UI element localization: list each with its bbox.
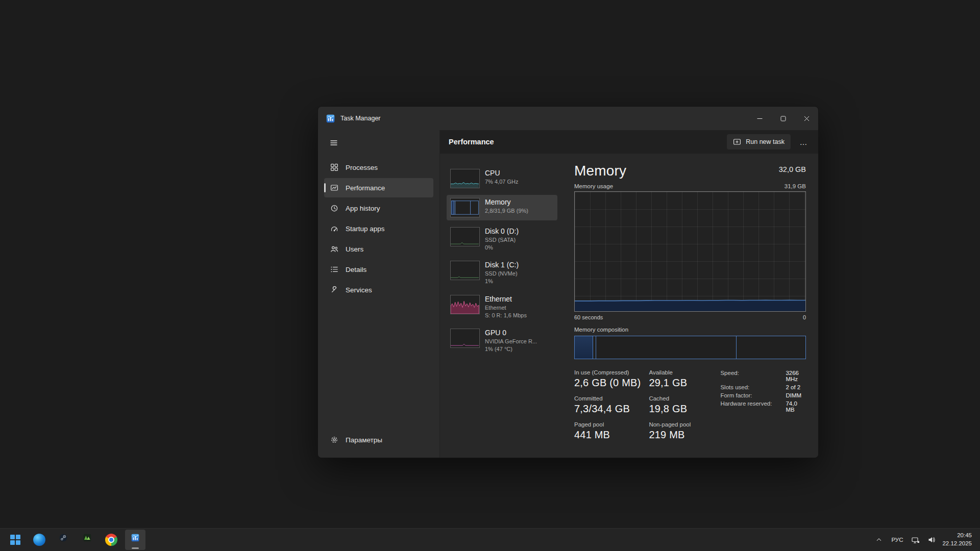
perf-item-disk1[interactable]: Disk 1 (C:) SSD (NVMe) 1%	[447, 258, 557, 288]
task-manager-logo-icon	[326, 114, 335, 123]
ellipsis-icon: …	[800, 138, 807, 146]
stat-value: 19,8 GB	[649, 403, 706, 415]
info-value: DIMM	[786, 392, 806, 398]
perf-item-text: Memory 2,8/31,9 GB (9%)	[485, 198, 528, 215]
info-value: 3266 MHz	[786, 370, 806, 382]
info-value: 74,0 MB	[786, 400, 806, 413]
memory-composition-label: Memory composition	[574, 327, 806, 333]
perf-item-text: CPU 7% 4,07 GHz	[485, 169, 518, 186]
gear-icon	[330, 436, 338, 444]
info-value: 2 of 2	[786, 384, 806, 390]
startup-apps-icon	[330, 224, 338, 233]
users-icon	[330, 245, 338, 253]
header-actions: Run new task …	[727, 134, 812, 149]
gpu0-thumbnail-chart	[450, 329, 480, 348]
stat-value: 441 MB	[574, 429, 641, 441]
perf-item-sub: SSD (SATA)	[485, 236, 519, 244]
run-new-task-button[interactable]: Run new task	[727, 134, 791, 149]
taskbar-app-steam[interactable]	[53, 530, 74, 550]
stat-label: In use (Compressed)	[574, 369, 641, 375]
performance-list: CPU 7% 4,07 GHz Memory	[440, 154, 562, 458]
perf-item-sub: Ethernet	[485, 304, 527, 312]
memory-total: 32,0 GB	[779, 165, 806, 173]
taskbar-app-green[interactable]	[77, 530, 97, 550]
green-app-icon	[83, 534, 91, 546]
network-icon[interactable]	[910, 534, 921, 545]
services-icon	[330, 286, 338, 294]
clock-time: 20:45	[942, 532, 972, 540]
more-options-button[interactable]: …	[795, 134, 812, 149]
run-new-task-label: Run new task	[746, 138, 785, 145]
details-icon	[330, 265, 338, 273]
page-title: Performance	[449, 138, 494, 146]
sidebar-item-settings[interactable]: Параметры	[324, 430, 433, 449]
navigation-menu-button[interactable]	[324, 134, 344, 152]
perf-item-memory[interactable]: Memory 2,8/31,9 GB (9%)	[447, 195, 557, 220]
volume-icon[interactable]	[926, 534, 937, 545]
window-controls	[748, 107, 818, 130]
composition-segment-standby	[596, 336, 737, 359]
perf-item-disk0[interactable]: Disk 0 (D:) SSD (SATA) 0%	[447, 224, 557, 254]
sidebar-item-startup-apps[interactable]: Startup apps	[324, 219, 433, 238]
perf-item-sub: NVIDIA GeForce R...	[485, 338, 537, 345]
perf-item-text: Disk 1 (C:) SSD (NVMe) 1%	[485, 261, 519, 285]
sidebar-item-label: App history	[346, 205, 380, 212]
minimize-button[interactable]	[748, 107, 771, 130]
stat-available: Available 29,1 GB	[649, 369, 706, 389]
chart-axis-row: 60 seconds 0	[574, 314, 806, 320]
composition-segment-in-use	[575, 336, 593, 359]
system-tray: РУС 20:45 22.12.2025	[873, 532, 975, 547]
hamburger-icon	[330, 139, 338, 147]
window-title: Task Manager	[340, 115, 381, 122]
app-history-icon	[330, 204, 338, 212]
stat-label: Committed	[574, 395, 641, 402]
ethernet-thumbnail-chart	[450, 295, 480, 314]
sidebar-item-services[interactable]: Services	[324, 280, 433, 299]
stat-label: Paged pool	[574, 421, 641, 428]
language-indicator[interactable]: РУС	[890, 537, 904, 543]
perf-item-ethernet[interactable]: Ethernet Ethernet S: 0 R: 1,6 Mbps	[447, 292, 557, 322]
clock-date: 22.12.2025	[942, 540, 972, 548]
performance-content: CPU 7% 4,07 GHz Memory	[440, 154, 818, 458]
stat-label: Available	[649, 369, 706, 375]
start-button[interactable]	[5, 530, 26, 550]
info-label: Form factor:	[720, 392, 780, 398]
perf-item-sub2: S: 0 R: 1,6 Mbps	[485, 312, 527, 319]
clock[interactable]: 20:45 22.12.2025	[942, 532, 972, 547]
main-area: Performance Run new task …	[440, 130, 818, 458]
titlebar[interactable]: Task Manager	[318, 107, 818, 130]
sidebar-item-users[interactable]: Users	[324, 239, 433, 259]
taskbar-app-browser[interactable]	[29, 530, 50, 550]
sidebar-item-processes[interactable]: Processes	[324, 158, 433, 177]
new-task-icon	[733, 138, 741, 146]
sidebar-item-performance[interactable]: Performance	[324, 178, 433, 197]
window-body: Processes Performance App history	[318, 130, 818, 458]
perf-item-text: GPU 0 NVIDIA GeForce R... 1% (47 °C)	[485, 329, 537, 353]
perf-item-sub2: 1% (47 °C)	[485, 345, 537, 353]
perf-item-gpu0[interactable]: GPU 0 NVIDIA GeForce R... 1% (47 °C)	[447, 325, 557, 356]
perf-item-sub2: 0%	[485, 244, 519, 252]
taskbar: РУС 20:45 22.12.2025	[0, 528, 980, 551]
perf-item-cpu[interactable]: CPU 7% 4,07 GHz	[447, 166, 557, 191]
info-label: Speed:	[720, 370, 780, 382]
sidebar-item-details[interactable]: Details	[324, 260, 433, 279]
chart-scale-label: 31,9 GB	[785, 183, 806, 189]
perf-item-sub2: 1%	[485, 278, 519, 285]
perf-item-sub: 7% 4,07 GHz	[485, 178, 518, 186]
processes-icon	[330, 163, 338, 171]
windows-logo-icon	[10, 535, 20, 545]
memory-usage-series	[575, 192, 805, 311]
perf-item-text: Disk 0 (D:) SSD (SATA) 0%	[485, 227, 519, 251]
sidebar-item-app-history[interactable]: App history	[324, 198, 433, 218]
tray-overflow-button[interactable]	[873, 534, 885, 545]
stat-cached: Cached 19,8 GB	[649, 395, 706, 415]
taskbar-app-task-manager[interactable]	[125, 530, 145, 550]
sidebar: Processes Performance App history	[318, 130, 440, 458]
maximize-button[interactable]	[771, 107, 795, 130]
page-header: Performance Run new task …	[440, 130, 818, 154]
detail-title: Memory	[574, 163, 626, 179]
stat-nonpaged-pool: Non-paged pool 219 MB	[649, 421, 706, 441]
perf-item-name: Ethernet	[485, 295, 527, 304]
close-button[interactable]	[795, 107, 818, 130]
taskbar-app-chrome[interactable]	[101, 530, 121, 550]
